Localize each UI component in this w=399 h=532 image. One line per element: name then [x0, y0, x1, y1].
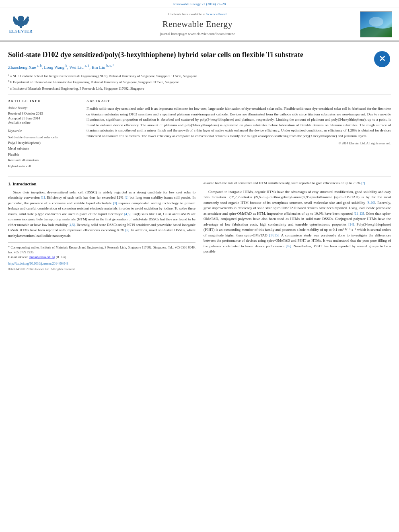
journal-cover-image [360, 11, 392, 37]
keywords-list: Solid-state dye-sensitized solar cells P… [8, 134, 80, 169]
ref-1: [1] [41, 196, 45, 199]
elsevier-text: ELSEVIER [9, 29, 33, 34]
svg-point-8 [27, 16, 29, 19]
keyword-2: Poly(3-hexylthiophene) [8, 140, 80, 146]
accepted-date: Accepted 25 June 2014 [8, 116, 80, 121]
crossmark-icon: ✕ [375, 52, 389, 66]
article-title: Solid-state D102 dye sensitized/poly(3-h… [8, 50, 369, 60]
email-label: E-mail address: [8, 255, 28, 259]
journal-header-left: ELSEVIER [5, 11, 37, 37]
keyword-3: Metal substrate [8, 146, 80, 151]
abstract-section: ABSTRACT Flexible solid-state dye sensit… [86, 99, 391, 146]
article-info-heading: ARTICLE INFO [8, 99, 80, 103]
ref-16: [16] [286, 244, 291, 248]
page: Renewable Energy 72 (2014) 22–28 [0, 0, 399, 532]
affiliation-b: b b Department of Chemical and Biomolecu… [8, 79, 369, 85]
intro-paragraph-1: Since their inception, dye-sensitized so… [8, 190, 195, 239]
body-content: 1. Introduction Since their inception, d… [8, 177, 391, 276]
history-label: Article history: [8, 106, 80, 110]
body-two-col: 1. Introduction Since their inception, d… [8, 181, 391, 272]
crossmark-logo: ✕ [374, 51, 390, 67]
ref-4-5a: [4,5] [124, 212, 130, 216]
science-direct-line: Contents lists available at ScienceDirec… [169, 12, 227, 17]
intro-paragraph-3: Compared to inorganic HTMs, organic HTMs… [204, 189, 391, 255]
article-content: Solid-state D102 dye sensitized/poly(3-h… [0, 41, 399, 280]
author-bin: Bin Liu [92, 65, 105, 70]
keyword-6: Hybrid solar cell [8, 163, 80, 169]
abstract-heading: ABSTRACT [86, 99, 391, 104]
article-title-section: Solid-state D102 dye sensitized/poly(3-h… [8, 45, 391, 95]
ref-2: [2] [125, 196, 128, 199]
received-date: Received 3 October 2013 [8, 111, 80, 116]
article-info-section: ARTICLE INFO Article history: Received 3… [8, 99, 80, 169]
ref-7: [7] [361, 181, 365, 185]
elsevier-tree-icon [11, 14, 31, 29]
science-direct-link[interactable]: ScienceDirect [206, 12, 226, 16]
journal-header-center: Contents lists available at ScienceDirec… [41, 11, 354, 37]
article-info-abstract: ARTICLE INFO Article history: Received 3… [8, 95, 391, 177]
svg-point-6 [18, 16, 24, 21]
science-direct-prefix: Contents lists available at [169, 12, 206, 16]
keyword-4: Flexible [8, 152, 80, 157]
journal-homepage: journal homepage: www.elsevier.com/locat… [160, 31, 235, 37]
copyright-line: © 2014 Elsevier Ltd. All rights reserved… [86, 141, 391, 146]
abstract-text: Flexible solid-state dye sensitized sola… [86, 106, 391, 139]
journal-cover-svg [360, 12, 392, 37]
keyword-5: Rear-side illumination [8, 157, 80, 163]
available-online: Available online [8, 121, 80, 125]
ref-14-15: [14,15] [269, 234, 278, 237]
author-long: Long Wang [44, 65, 64, 70]
keywords-section: Keywords: Solid-state dye-sensitized sol… [8, 129, 80, 169]
authors: Zhaosheng Xue a, b, Long Wang b, Wei Liu… [8, 64, 369, 70]
author-wei: Wei Liu [69, 65, 83, 70]
affiliation-c: c c Institute of Materials Research and … [8, 85, 369, 91]
affiliation-a: a a NUS Graduate School for Integrative … [8, 73, 369, 79]
article-info-column: ARTICLE INFO Article history: Received 3… [8, 99, 80, 172]
keywords-label: Keywords: [8, 129, 80, 133]
ref-3: [3] [113, 201, 117, 205]
crossmark[interactable]: ✕ [373, 50, 391, 68]
article-history: Article history: Received 3 October 2013… [8, 106, 80, 125]
intro-paragraph-2: assume both the role of sensitizer and H… [204, 181, 391, 186]
ref-14: [14] [348, 223, 354, 226]
article-title-text: Solid-state D102 dye sensitized/poly(3-h… [8, 50, 369, 92]
author-zhaosheng: Zhaosheng Xue [8, 65, 36, 70]
corresponding-note: * Corresponding author. Institute of Mat… [8, 245, 195, 255]
body-col-left: 1. Introduction Since their inception, d… [8, 181, 195, 272]
introduction-title: 1. Introduction [8, 181, 195, 187]
journal-title-banner: Renewable Energy [162, 18, 232, 31]
svg-point-10 [369, 17, 383, 27]
issn-line: 0960-1481/© 2014 Elsevier Ltd. All right… [8, 267, 195, 272]
elsevier-logo: ELSEVIER [5, 13, 37, 35]
ref-8-10: [8–10] [366, 201, 375, 205]
svg-text:✕: ✕ [378, 54, 385, 63]
footnote-area: * Corresponding author. Institute of Mat… [8, 242, 195, 272]
author-sup-2: b [66, 64, 67, 68]
journal-header: ELSEVIER Contents lists available at Sci… [0, 8, 399, 41]
affiliations: a a NUS Graduate School for Integrative … [8, 73, 369, 91]
email-line: E-mail address: cheliub@nus.edu.sg (B. L… [8, 255, 195, 260]
email-link[interactable]: cheliub@nus.edu.sg [29, 255, 55, 259]
keyword-1: Solid-state dye-sensitized solar cells [8, 134, 80, 140]
ref-11-13: [11–13] [354, 212, 364, 216]
svg-point-7 [13, 16, 15, 19]
doi-line: http://dx.doi.org/10.1016/j.renene.2014.… [8, 261, 195, 266]
journal-citation: Renewable Energy 72 (2014) 22–28 [173, 2, 226, 6]
ref-4-5b: [4,5] [69, 223, 75, 227]
author-sup-4: b, c, * [106, 64, 114, 68]
ref-6: [6] [125, 228, 129, 232]
abstract-column: ABSTRACT Flexible solid-state dye sensit… [86, 99, 391, 172]
email-person: (B. Liu). [56, 255, 67, 259]
body-col-right: assume both the role of sensitizer and H… [204, 181, 391, 272]
journal-header-right [358, 11, 394, 37]
author-sup-3: a, b [85, 64, 90, 68]
journal-top-bar: Renewable Energy 72 (2014) 22–28 [0, 0, 399, 8]
author-sup-1: a, b [37, 64, 42, 68]
